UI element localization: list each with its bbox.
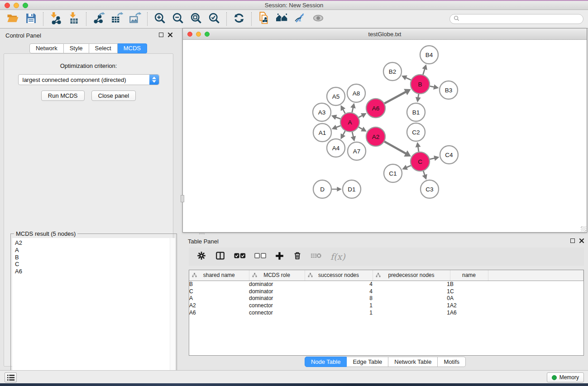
table-row[interactable]: Adominator80A — [189, 295, 583, 302]
show-hide-button[interactable] — [309, 11, 327, 27]
scrollbar-track[interactable] — [170, 238, 175, 386]
zoom-fit-button[interactable] — [187, 11, 205, 27]
deselect-all-checkboxes-button[interactable] — [254, 253, 266, 261]
open-folder-button[interactable] — [4, 11, 22, 27]
table-row[interactable]: Bdominator41B — [189, 281, 583, 288]
tab-motifs[interactable]: Motifs — [438, 357, 466, 367]
tab-node-table[interactable]: Node Table — [305, 357, 347, 367]
resize-grip[interactable] — [581, 226, 586, 232]
table-cell-name[interactable]: A2 — [450, 302, 488, 309]
network-window-titlebar[interactable]: testGlobe.txt — [183, 29, 587, 40]
mcds-result-item[interactable]: A2 — [15, 239, 175, 247]
mcds-result-item[interactable]: A6 — [15, 268, 175, 275]
table-cell-predecessor-nodes[interactable]: 0 — [373, 295, 450, 302]
graph-edge[interactable] — [343, 131, 345, 135]
hide-graphics-details-button[interactable]: f — [291, 11, 309, 27]
table-cell-successor-nodes[interactable]: 1 — [305, 309, 373, 316]
add-column-button[interactable] — [275, 251, 284, 262]
table-cell-successor-nodes[interactable]: 1 — [305, 302, 373, 309]
table-cell-mcds-role[interactable]: dominator — [249, 288, 305, 295]
import-table-button[interactable] — [65, 11, 83, 27]
graph-edge[interactable] — [359, 127, 363, 129]
table-cell-shared-name[interactable]: C — [189, 288, 249, 295]
column-header-shared-name[interactable]: shared name — [189, 270, 249, 281]
graph-edge[interactable] — [352, 108, 353, 113]
gear-button[interactable] — [196, 251, 206, 262]
zoom-selected-button[interactable] — [205, 11, 223, 27]
split-columns-button[interactable] — [215, 251, 225, 262]
export-image-button[interactable] — [126, 11, 144, 27]
table-cell-predecessor-nodes[interactable]: 1 — [373, 309, 450, 316]
table-cell-successor-nodes[interactable]: 8 — [305, 295, 373, 302]
table-row[interactable]: A2connector11A2 — [189, 302, 583, 309]
table-cell-predecessor-nodes[interactable]: 1 — [373, 288, 450, 295]
graph-edge[interactable] — [430, 86, 435, 87]
save-button[interactable] — [22, 11, 40, 27]
close-panel-icon[interactable] — [167, 32, 173, 38]
zoom-out-button[interactable] — [169, 11, 187, 27]
task-history-button[interactable] — [5, 372, 17, 382]
zoom-in-button[interactable] — [151, 11, 169, 27]
search-field[interactable] — [449, 14, 583, 24]
table-cell-mcds-role[interactable]: connector — [249, 309, 305, 316]
column-header-successor-nodes[interactable]: successor nodes — [305, 270, 373, 281]
export-table-button[interactable] — [108, 11, 126, 27]
table-row[interactable]: Cdominator41C — [189, 288, 583, 295]
graph-edge[interactable] — [343, 109, 345, 113]
column-header-predecessor-nodes[interactable]: predecessor nodes — [373, 270, 450, 281]
graph-edge[interactable] — [423, 69, 425, 75]
close-panel-button[interactable]: Close panel — [91, 91, 136, 101]
home-button[interactable] — [273, 11, 291, 27]
delete-column-button[interactable] — [293, 251, 302, 262]
graph-edge[interactable] — [406, 77, 411, 80]
criterion-select[interactable]: largest connected component (directed) — [18, 74, 159, 85]
export-network-button[interactable] — [90, 11, 108, 27]
graph-edge[interactable] — [384, 92, 406, 104]
graph-edge[interactable] — [384, 142, 406, 154]
mcds-result-item[interactable]: A — [15, 247, 175, 254]
table-cell-mcds-role[interactable]: dominator — [249, 295, 305, 302]
table-cell-predecessor-nodes[interactable]: 1 — [373, 302, 450, 309]
mcds-result-item[interactable]: C — [15, 261, 175, 268]
tab-edge-table[interactable]: Edge Table — [347, 357, 388, 367]
graph-edge[interactable] — [352, 132, 354, 137]
table-cell-mcds-role[interactable]: connector — [249, 302, 305, 309]
table-cell-shared-name[interactable]: A6 — [189, 309, 249, 316]
tab-style[interactable]: Style — [64, 43, 89, 53]
table-cell-shared-name[interactable]: A2 — [189, 302, 249, 309]
table-cell-shared-name[interactable]: B — [189, 281, 249, 288]
table-cell-mcds-role[interactable]: dominator — [249, 281, 305, 288]
graph-edge[interactable] — [335, 117, 340, 119]
duplicate-network-button[interactable] — [255, 11, 273, 27]
tab-mcds[interactable]: MCDS — [118, 43, 147, 53]
graph-edge[interactable] — [359, 115, 362, 118]
delete-table-button[interactable] — [311, 252, 322, 261]
table-cell-name[interactable]: A — [450, 295, 488, 302]
table-cell-name[interactable]: A6 — [450, 309, 488, 316]
close-panel-icon[interactable] — [579, 238, 584, 243]
float-panel-icon[interactable] — [159, 33, 163, 37]
graph-edge[interactable] — [406, 166, 411, 167]
float-panel-icon[interactable] — [570, 238, 575, 243]
splitter-grip[interactable] — [181, 195, 184, 202]
tab-network-table[interactable]: Network Table — [388, 357, 438, 367]
run-mcds-button[interactable]: Run MCDS — [41, 91, 85, 101]
network-graph[interactable]: AA5A8A3A1A4A7A6A2BB4B2B3B1CC2C4C1C3DD1 — [183, 40, 587, 232]
tab-select[interactable]: Select — [89, 43, 118, 53]
network-canvas[interactable]: AA5A8A3A1A4A7A6A2BB4B2B3B1CC2C4C1C3DD1 — [183, 40, 587, 232]
graph-edge[interactable] — [418, 94, 419, 98]
table-cell-successor-nodes[interactable]: 4 — [305, 281, 373, 288]
table-row[interactable]: A6connector11A6 — [189, 309, 583, 316]
tab-network[interactable]: Network — [29, 43, 64, 53]
table-cell-name[interactable]: C — [450, 288, 488, 295]
import-network-button[interactable] — [47, 11, 65, 27]
search-input[interactable] — [462, 16, 575, 22]
column-header-mcds-role[interactable]: MCDS role — [249, 270, 305, 281]
table-cell-successor-nodes[interactable]: 4 — [305, 288, 373, 295]
mcds-result-list[interactable]: A2ABCA6 — [12, 238, 175, 386]
table-cell-name[interactable]: B — [450, 281, 488, 288]
graph-edge[interactable] — [423, 171, 425, 176]
graph-edge[interactable] — [336, 126, 340, 128]
mcds-result-item[interactable]: B — [15, 254, 175, 261]
select-all-checkboxes-button[interactable] — [234, 253, 246, 261]
